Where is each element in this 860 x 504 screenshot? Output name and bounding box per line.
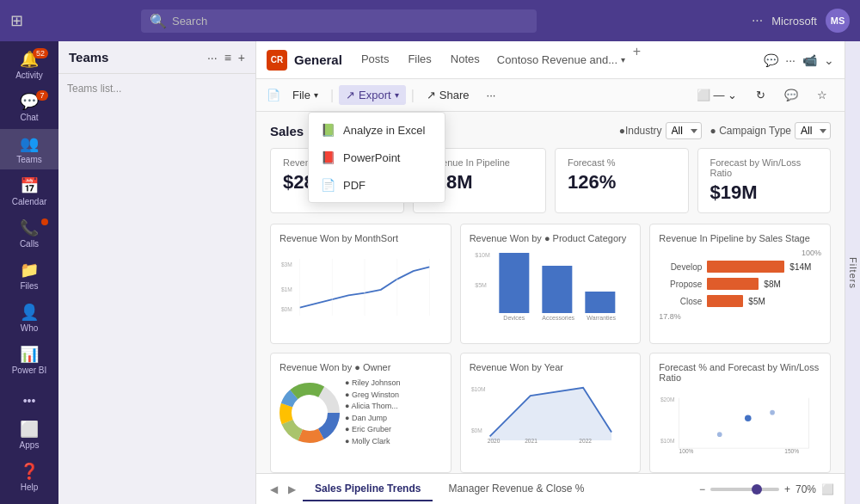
more-options-icon[interactable]: ··· — [752, 13, 763, 28]
channel-expand-icon[interactable]: ⌄ — [824, 53, 834, 67]
channel-chat-icon[interactable]: 💬 — [764, 53, 778, 67]
svg-text:$10M: $10M — [471, 386, 486, 392]
add-tab-icon[interactable]: + — [630, 44, 644, 76]
sidebar-item-activity[interactable]: 🔔 Activity 52 — [0, 45, 58, 85]
channel-icon: CR — [267, 50, 287, 71]
sidebar-item-teams[interactable]: 👥 Teams — [0, 129, 58, 169]
custom-tab-chevron: ▾ — [621, 55, 625, 65]
team-panel-list-icon[interactable]: ≡ — [224, 51, 231, 65]
zoom-slider[interactable] — [710, 488, 779, 491]
share-button[interactable]: ↗ Share — [420, 85, 476, 105]
calls-icon: 📞 — [20, 218, 39, 237]
search-icon: 🔍 — [150, 13, 167, 29]
bottom-tab-manager[interactable]: Manager Revenue & Close % — [436, 477, 596, 501]
powerbi-icon: 📊 — [20, 345, 39, 364]
channel-more-icon[interactable]: ··· — [785, 53, 796, 67]
help-icon: ❓ — [20, 462, 39, 481]
sidebar-item-calls[interactable]: 📞 Calls — [0, 213, 58, 254]
bookmark-button[interactable]: ☆ — [810, 85, 834, 105]
bottom-tab-pipeline[interactable]: Sales Pipeline Trends — [303, 477, 433, 501]
chart-revenue-year: Revenue Won by Year $10M $0M 2020 2021 2… — [460, 353, 642, 473]
bottom-nav-next[interactable]: ▶ — [285, 483, 299, 495]
filters-panel[interactable]: Filters — [845, 41, 860, 504]
sidebar-item-powerbi[interactable]: 📊 Power BI — [0, 340, 58, 380]
fit-page-icon[interactable]: ⬜ — [821, 483, 834, 495]
sidebar-item-who[interactable]: 👤 Who — [0, 298, 58, 338]
chart-owner-title: Revenue Won by ● Owner — [280, 362, 442, 372]
hbar-propose: Propose $8M — [659, 278, 821, 290]
export-button[interactable]: ↗ Export ▾ — [339, 85, 406, 105]
tab-notes[interactable]: Notes — [442, 44, 488, 76]
avatar[interactable]: MS — [826, 9, 850, 33]
tab-custom[interactable]: Contoso Revenue and... ▾ — [490, 44, 628, 76]
hbar-close-value: $5M — [748, 297, 765, 306]
area-chart-svg: $10M $0M 2020 2021 2022 — [470, 378, 632, 446]
hbar-develop: Develop $14M — [659, 261, 821, 273]
view-toggle-button[interactable]: ⬜ — ⌄ — [690, 85, 744, 105]
refresh-button[interactable]: ↻ — [749, 85, 772, 105]
svg-text:Warranties: Warranties — [587, 315, 616, 321]
svg-text:$10M: $10M — [660, 438, 675, 444]
file-button[interactable]: File ▾ — [286, 85, 325, 105]
chart-year-title: Revenue Won by Year — [470, 362, 632, 372]
svg-text:2021: 2021 — [525, 438, 538, 444]
bottom-tabs: ◀ ▶ Sales Pipeline Trends Manager Revenu… — [256, 473, 845, 504]
zoom-plus-icon[interactable]: + — [784, 483, 790, 495]
export-pdf[interactable]: 📄 PDF — [309, 171, 445, 199]
team-panel-more-icon[interactable]: ··· — [207, 51, 218, 65]
teams-icon: 👥 — [20, 134, 39, 153]
sidebar-label-help: Help — [21, 482, 39, 492]
comment-button[interactable]: 💬 — [777, 85, 805, 105]
chat-badge: 7 — [36, 90, 48, 101]
team-panel-title: Teams — [69, 50, 200, 65]
top-bar: ⊞ 🔍 ··· Microsoft MS — [0, 0, 860, 41]
export-powerpoint[interactable]: 📕 PowerPoint — [309, 144, 445, 171]
sidebar: 🔔 Activity 52 💬 Chat 7 👥 Teams 📅 Calenda… — [0, 41, 58, 504]
export-analyze-excel[interactable]: 📗 Analyze in Excel — [309, 116, 445, 144]
kpi-ratio-label: Forecast by Win/Loss Ratio — [710, 157, 819, 178]
toolbar-more-button[interactable]: ··· — [480, 85, 503, 105]
search-input[interactable] — [172, 15, 528, 28]
sidebar-item-files[interactable]: 📁 Files — [0, 255, 58, 296]
apps-grid-icon[interactable]: ⊞ — [10, 11, 23, 30]
bottom-nav-prev[interactable]: ◀ — [267, 483, 281, 495]
hbar-propose-label: Propose — [659, 280, 702, 289]
team-panel: Teams ··· ≡ + Teams list... — [58, 41, 256, 504]
chart-revenue-month-title: Revenue Won by MonthSort — [280, 233, 442, 243]
sidebar-item-chat[interactable]: 💬 Chat 7 — [0, 87, 58, 127]
calls-dot-badge — [41, 218, 48, 225]
chart-revenue-product: Revenue Won by ● Product Category $10M $… — [460, 224, 642, 344]
sidebar-item-calendar[interactable]: 📅 Calendar — [0, 171, 58, 212]
tab-files[interactable]: Files — [399, 44, 439, 76]
kpi-ratio-value: $19M — [710, 181, 819, 204]
microsoft-label: Microsoft — [771, 15, 817, 28]
zoom-thumb[interactable] — [752, 484, 762, 495]
campaign-filter-select[interactable]: All — [795, 122, 831, 139]
hbar-develop-label: Develop — [659, 262, 702, 272]
svg-rect-11 — [542, 266, 572, 313]
chart-revenue-owner: Revenue Won by ● Owner — [270, 353, 452, 473]
tab-posts[interactable]: Posts — [353, 44, 398, 76]
more-icon: ••• — [23, 394, 36, 408]
channel-video-icon[interactable]: 📹 — [802, 53, 817, 67]
donut-legend: ● Riley Johnson ● Greg Winston ● Alicia … — [345, 378, 400, 447]
sidebar-item-help[interactable]: ❓ Help — [0, 457, 58, 497]
zoom-bar: − + 70% ⬜ — [699, 483, 834, 495]
search-bar[interactable]: 🔍 — [141, 9, 537, 33]
industry-filter-select[interactable]: All — [666, 122, 702, 139]
chart-revenue-product-title: Revenue Won by ● Product Category — [470, 233, 632, 243]
svg-text:Accessories: Accessories — [542, 315, 574, 321]
zoom-percent: 70% — [796, 483, 816, 495]
team-panel-add-icon[interactable]: + — [238, 51, 245, 65]
scatter-chart-svg: $20M $10M 100% 150% — [659, 388, 821, 457]
svg-text:Devices: Devices — [503, 315, 525, 321]
sidebar-label-apps: Apps — [20, 440, 40, 450]
sidebar-item-more[interactable]: ••• — [0, 389, 58, 413]
svg-rect-12 — [585, 292, 615, 313]
export-dropdown: 📗 Analyze in Excel 📕 PowerPoint 📄 PDF — [308, 112, 445, 203]
svg-text:100%: 100% — [679, 448, 694, 454]
kpi-forecast-value: 126% — [568, 171, 676, 194]
svg-point-37 — [745, 415, 752, 422]
sidebar-item-apps[interactable]: ⬜ Apps — [0, 415, 58, 455]
zoom-minus-icon[interactable]: − — [699, 483, 705, 495]
